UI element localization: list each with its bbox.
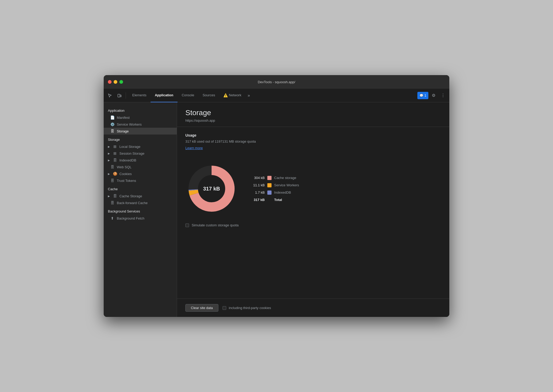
tab-application[interactable]: Application xyxy=(151,89,178,102)
cookies-arrow: ▶ xyxy=(108,172,110,175)
sidebar-item-service-workers[interactable]: ⚙️ Service Workers xyxy=(104,121,177,128)
legend-item-idb: 1.7 kB IndexedDB xyxy=(250,191,299,195)
sidebar-item-session-storage[interactable]: ▶ ⊞ Session Storage xyxy=(104,150,177,157)
sidebar-item-web-sql[interactable]: 🗄 Web SQL xyxy=(104,164,177,170)
notification-button[interactable]: 💬 1 xyxy=(417,92,428,99)
local-storage-icon: ⊞ xyxy=(113,144,117,149)
cache-color-dot xyxy=(267,176,272,180)
more-options-icon: ⋮ xyxy=(441,93,445,98)
storage-visualization: 317 kB 304 kB Cache storage 11.1 kB Serv… xyxy=(185,163,441,215)
detail-footer: Clear site data including third-party co… xyxy=(177,299,449,317)
main-content: Application 📄 Manifest ⚙️ Service Worker… xyxy=(104,102,449,317)
storage-legend: 304 kB Cache storage 11.1 kB Service Wor… xyxy=(250,176,299,202)
traffic-lights xyxy=(108,80,123,84)
toolbar: Elements Application Console Sources ⚠️ … xyxy=(104,89,449,102)
idb-color-dot xyxy=(267,191,272,195)
web-sql-icon: 🗄 xyxy=(110,165,115,169)
detail-header: Storage https://squoosh.app xyxy=(177,102,449,127)
sidebar-item-trust-tokens[interactable]: 🗄 Trust Tokens xyxy=(104,177,177,184)
toolbar-right: 💬 1 ⚙ ⋮ xyxy=(417,91,447,100)
cache-storage-arrow: ▶ xyxy=(108,195,110,198)
total-value: 317 kB xyxy=(250,198,265,202)
service-workers-icon: ⚙️ xyxy=(110,122,115,126)
learn-more-link[interactable]: Learn more xyxy=(185,146,203,150)
settings-icon: ⚙ xyxy=(432,93,435,98)
simulate-quota-label: Simulate custom storage quota xyxy=(192,223,239,227)
sidebar-item-local-storage[interactable]: ▶ ⊞ Local Storage xyxy=(104,143,177,150)
tab-bar: Elements Application Console Sources ⚠️ … xyxy=(128,89,252,102)
cache-value: 304 kB xyxy=(250,176,265,180)
back-forward-icon: 🗄 xyxy=(110,201,115,205)
total-label: Total xyxy=(274,198,282,202)
session-storage-arrow: ▶ xyxy=(108,152,110,155)
maximize-button[interactable] xyxy=(119,80,123,84)
window-title: DevTools - squoosh.app/ xyxy=(258,80,295,84)
simulate-quota-checkbox[interactable] xyxy=(185,223,189,227)
bg-fetch-icon: ⬆ xyxy=(110,216,115,220)
tab-network[interactable]: ⚠️ Network xyxy=(219,89,245,102)
clear-site-data-button[interactable]: Clear site data xyxy=(185,304,218,312)
sw-label: Service Workers xyxy=(274,183,299,187)
usage-desc: 317 kB used out of 1197131 MB storage qu… xyxy=(185,139,441,143)
detail-title: Storage xyxy=(185,109,441,117)
donut-center-label: 317 kB xyxy=(203,186,220,192)
third-party-cookies-row: including third-party cookies xyxy=(223,306,271,310)
indexed-db-arrow: ▶ xyxy=(108,159,110,162)
sidebar-item-storage[interactable]: 🗄 Storage xyxy=(104,128,177,135)
detail-body: Usage 317 kB used out of 1197131 MB stor… xyxy=(177,127,449,299)
svg-rect-0 xyxy=(118,94,120,97)
sw-value: 11.1 kB xyxy=(250,183,265,187)
notification-count: 1 xyxy=(424,94,426,97)
usage-section: Usage 317 kB used out of 1197131 MB stor… xyxy=(185,133,441,156)
devtools-window: DevTools - squoosh.app/ Elements Applica… xyxy=(104,75,449,317)
detail-panel: Storage https://squoosh.app Usage 317 kB… xyxy=(177,102,449,317)
third-party-label: including third-party cookies xyxy=(229,306,271,310)
indexed-db-icon: 🗄 xyxy=(113,158,117,162)
idb-label: IndexedDB xyxy=(274,191,291,194)
cache-storage-icon: 🗄 xyxy=(113,194,117,198)
sidebar-item-back-forward[interactable]: 🗄 Back-forward Cache xyxy=(104,199,177,206)
tab-sources[interactable]: Sources xyxy=(198,89,219,102)
toolbar-divider xyxy=(126,92,126,99)
device-toolbar-button[interactable] xyxy=(115,91,124,100)
tab-elements[interactable]: Elements xyxy=(128,89,151,102)
detail-url: https://squoosh.app xyxy=(185,119,441,122)
idb-value: 1.7 kB xyxy=(250,191,265,194)
sidebar-item-cache-storage[interactable]: ▶ 🗄 Cache Storage xyxy=(104,193,177,199)
sidebar-section-background: Background Services xyxy=(104,206,177,215)
inspect-element-button[interactable] xyxy=(106,91,114,100)
notification-icon: 💬 xyxy=(419,94,423,97)
session-storage-icon: ⊞ xyxy=(113,151,117,155)
sidebar-item-manifest[interactable]: 📄 Manifest xyxy=(104,114,177,121)
network-warning-icon: ⚠️ xyxy=(223,93,228,97)
local-storage-arrow: ▶ xyxy=(108,145,110,148)
simulate-quota-row: Simulate custom storage quota xyxy=(185,223,441,227)
storage-icon: 🗄 xyxy=(110,129,115,133)
minimize-button[interactable] xyxy=(114,80,117,84)
tab-console[interactable]: Console xyxy=(178,89,198,102)
sidebar-section-application: Application xyxy=(104,105,177,114)
settings-button[interactable]: ⚙ xyxy=(429,91,438,100)
sidebar: Application 📄 Manifest ⚙️ Service Worker… xyxy=(104,102,177,317)
close-button[interactable] xyxy=(108,80,112,84)
sw-color-dot xyxy=(267,183,272,187)
usage-title: Usage xyxy=(185,133,441,137)
sidebar-item-bg-fetch[interactable]: ⬆ Background Fetch xyxy=(104,215,177,222)
cache-label: Cache storage xyxy=(274,176,296,180)
sidebar-section-cache: Cache xyxy=(104,184,177,193)
sidebar-section-storage: Storage xyxy=(104,135,177,143)
third-party-checkbox[interactable] xyxy=(223,306,226,310)
donut-chart: 317 kB xyxy=(185,163,238,215)
manifest-icon: 📄 xyxy=(110,115,115,120)
more-options-button[interactable]: ⋮ xyxy=(439,91,447,100)
trust-tokens-icon: 🗄 xyxy=(110,178,115,183)
legend-item-cache: 304 kB Cache storage xyxy=(250,176,299,180)
legend-total: 317 kB Total xyxy=(250,198,299,202)
svg-rect-1 xyxy=(120,95,121,97)
tab-more-button[interactable]: » xyxy=(246,89,252,102)
titlebar: DevTools - squoosh.app/ xyxy=(104,75,449,89)
sidebar-item-indexed-db[interactable]: ▶ 🗄 IndexedDB xyxy=(104,157,177,164)
legend-item-sw: 11.1 kB Service Workers xyxy=(250,183,299,187)
sidebar-item-cookies[interactable]: ▶ 🍪 Cookies xyxy=(104,170,177,177)
cookies-icon: 🍪 xyxy=(113,172,117,176)
